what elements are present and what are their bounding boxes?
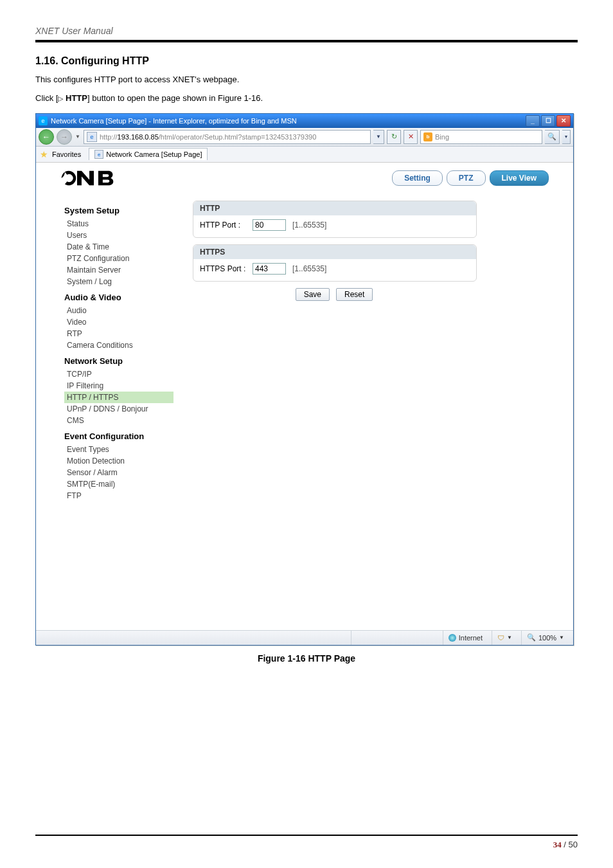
page-footer: 34 / 50 [35, 831, 578, 851]
main-area: HTTP HTTP Port : [1..65535] HTTPS HTTPS … [193, 201, 554, 502]
https-port-input[interactable] [253, 263, 286, 275]
http-panel-title: HTTP [193, 201, 476, 215]
save-button[interactable]: Save [296, 288, 330, 301]
sidebar-item-event-types[interactable]: Event Types [64, 444, 173, 455]
sidebar-item-date-time[interactable]: Date & Time [64, 241, 173, 253]
http-port-input[interactable] [253, 219, 286, 231]
sidebar-item-ftp[interactable]: FTP [64, 490, 173, 502]
click-suffix: ] button to open the page shown in Figur… [87, 93, 263, 103]
sidebar-item-video[interactable]: Video [64, 316, 173, 328]
stop-button[interactable]: ✕ [404, 130, 418, 144]
page-total: 50 [569, 840, 578, 849]
search-button[interactable]: 🔍 [545, 130, 560, 144]
https-panel-title: HTTPS [193, 245, 476, 259]
cnb-logo [60, 170, 127, 186]
favorites-star-icon[interactable]: ★ [40, 149, 48, 159]
browser-window: e Network Camera [Setup Page] - Internet… [35, 113, 574, 646]
tab-setting[interactable]: Setting [392, 170, 443, 186]
rule-top [35, 40, 578, 42]
zoom-dropdown-icon[interactable]: ▼ [559, 635, 564, 640]
sidebar-item-ip-filtering[interactable]: IP Filtering [64, 380, 173, 392]
sidebar-item-audio[interactable]: Audio [64, 305, 173, 316]
search-dropdown-icon[interactable]: ▾ [562, 130, 571, 144]
page-current: 34 [553, 840, 562, 849]
https-panel: HTTPS HTTPS Port : [1..65535] [193, 244, 477, 282]
url-host: 193.168.0.85 [118, 133, 159, 141]
click-bold: HTTP [63, 93, 87, 103]
status-zone: Internet [443, 631, 488, 645]
intro-text: This configures HTTP port to access XNET… [35, 73, 578, 87]
refresh-button[interactable]: ↻ [387, 130, 401, 144]
sidebar-group-audio-video: Audio & Video [64, 293, 173, 302]
sidebar-group-network: Network Setup [64, 356, 173, 366]
https-port-range: [1..65535] [292, 264, 326, 273]
minimize-button[interactable]: _ [526, 115, 540, 127]
browser-tab[interactable]: e Network Camera [Setup Page] [89, 148, 208, 160]
ie-icon: e [39, 116, 48, 125]
sidebar-item-camera-conditions[interactable]: Camera Conditions [64, 339, 173, 351]
rule-bottom [35, 835, 578, 836]
sidebar-group-event: Event Configuration [64, 431, 173, 441]
sidebar-item-http-https[interactable]: HTTP / HTTPS [64, 392, 173, 403]
main-tabs: Setting PTZ Live View [392, 170, 549, 186]
http-panel: HTTP HTTP Port : [1..65535] [193, 201, 477, 238]
sidebar-item-maintain-server[interactable]: Maintain Server [64, 264, 173, 276]
sidebar: System Setup Status Users Date & Time PT… [64, 201, 173, 502]
favorites-bar: ★ Favorites e Network Camera [Setup Page… [36, 147, 573, 163]
sidebar-item-users[interactable]: Users [64, 230, 173, 241]
zoom-control[interactable]: 🔍 100% ▼ [521, 631, 569, 645]
sidebar-group-system: System Setup [64, 206, 173, 215]
tab-ptz[interactable]: PTZ [447, 170, 486, 186]
https-port-label: HTTPS Port : [200, 264, 246, 273]
click-instruction: Click [▷ HTTP] button to open the page s… [35, 92, 578, 105]
reset-button[interactable]: Reset [336, 288, 373, 301]
url-prefix: http:// [100, 133, 118, 141]
app-header: Setting PTZ Live View [36, 163, 573, 194]
nav-dropdown-icon[interactable]: ▼ [75, 134, 81, 140]
zoom-label: 100% [538, 634, 556, 642]
page-content: Setting PTZ Live View System Setup Statu… [36, 163, 573, 630]
favorites-label: Favorites [52, 150, 81, 158]
forward-button[interactable]: → [57, 129, 72, 145]
sidebar-item-motion-detection[interactable]: Motion Detection [64, 455, 173, 467]
search-input[interactable]: b Bing [420, 130, 542, 144]
sidebar-item-system-log[interactable]: System / Log [64, 276, 173, 287]
status-bar: Internet 🛡 ▼ 🔍 100% ▼ [36, 630, 573, 645]
sidebar-item-upnp-ddns-bonjour[interactable]: UPnP / DDNS / Bonjour [64, 403, 173, 415]
http-port-range: [1..65535] [292, 221, 326, 230]
chevron-down-icon[interactable]: ▼ [507, 635, 512, 640]
tab-page-icon: e [94, 150, 103, 159]
sidebar-item-tcpip[interactable]: TCP/IP [64, 368, 173, 380]
close-button[interactable]: ✕ [556, 115, 571, 127]
search-provider-label: Bing [435, 133, 449, 141]
page-sep: / [562, 840, 569, 849]
shield-icon: 🛡 [497, 634, 504, 642]
sidebar-item-status[interactable]: Status [64, 218, 173, 230]
internet-zone-icon [449, 634, 456, 642]
maximize-button[interactable]: ☐ [541, 115, 555, 127]
window-title: Network Camera [Setup Page] - Internet E… [51, 117, 526, 125]
sidebar-item-smtp[interactable]: SMTP(E-mail) [64, 478, 173, 490]
tab-label: Network Camera [Setup Page] [106, 150, 202, 158]
page-icon: e [87, 132, 97, 142]
tab-live-view[interactable]: Live View [490, 170, 549, 186]
doc-title: XNET User Manual [35, 26, 578, 36]
status-protected-mode: 🛡 ▼ [492, 631, 517, 645]
sidebar-item-sensor-alarm[interactable]: Sensor / Alarm [64, 467, 173, 478]
url-input[interactable]: e http://193.168.0.85/html/operator/Setu… [84, 130, 371, 144]
url-dropdown-icon[interactable]: ▼ [373, 130, 384, 144]
bing-icon: b [423, 132, 432, 141]
click-prefix: Click [ [35, 93, 58, 103]
figure-caption: Figure 1-16 HTTP Page [35, 653, 578, 664]
address-bar: ← → ▼ e http://193.168.0.85/html/operato… [36, 128, 573, 147]
http-port-label: HTTP Port : [200, 221, 246, 230]
sidebar-item-ptz-config[interactable]: PTZ Configuration [64, 253, 173, 264]
sidebar-item-rtp[interactable]: RTP [64, 328, 173, 339]
zoom-icon: 🔍 [527, 633, 536, 642]
url-path: /html/operator/Setup.html?stamp=13245313… [159, 133, 317, 141]
section-heading: 1.16. Configuring HTTP [35, 55, 578, 67]
back-button[interactable]: ← [39, 129, 54, 145]
sidebar-item-cms[interactable]: CMS [64, 415, 173, 426]
status-zone-label: Internet [459, 634, 483, 642]
titlebar: e Network Camera [Setup Page] - Internet… [36, 114, 573, 128]
